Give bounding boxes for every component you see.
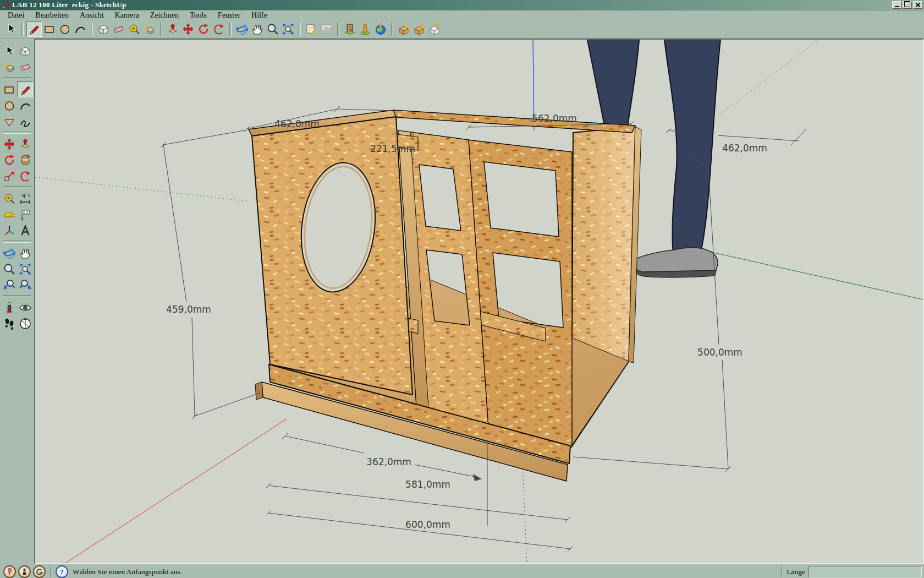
position-camera-icon <box>3 301 16 314</box>
palette-protractor-button[interactable] <box>1 206 17 222</box>
look-around-eye-icon <box>19 301 32 314</box>
palette-polygon-button[interactable] <box>1 113 17 129</box>
toolbar-offset-button[interactable] <box>211 21 227 37</box>
toolbar-paint-bucket-button[interactable] <box>142 21 157 37</box>
menu-ansicht[interactable]: Ansicht <box>74 11 109 20</box>
sign-in-status-icon[interactable] <box>33 565 46 578</box>
dim-581-bottom[interactable]: 581,0mm <box>405 479 450 490</box>
plinth-end-cap <box>255 382 263 400</box>
toolbar-line-button[interactable] <box>26 21 42 37</box>
palette-line-button[interactable] <box>17 81 33 97</box>
toolbar-share-model-button[interactable] <box>411 21 427 37</box>
toolbar-photo-textures-button[interactable] <box>342 21 358 37</box>
dim-221-brace[interactable]: 221,5mm <box>370 143 415 154</box>
toolbar-separator <box>229 23 232 36</box>
palette-offset-button[interactable] <box>17 168 33 184</box>
toolbar-place-model-button[interactable] <box>358 21 373 37</box>
minimize-button[interactable] <box>892 1 901 9</box>
toolbar-make-component-button[interactable] <box>96 21 111 37</box>
scale-icon <box>3 170 16 183</box>
palette-move-button[interactable] <box>1 136 17 152</box>
close-button[interactable] <box>913 1 922 9</box>
dim-500-right[interactable]: 500,0mm <box>697 347 743 358</box>
dim-600-bottom[interactable]: 600,0mm <box>405 519 450 530</box>
menu-hilfe[interactable]: Hilfe <box>246 11 273 20</box>
dim-462-top-right[interactable]: 462,0mm <box>722 143 767 154</box>
palette-push-pull-button[interactable] <box>17 136 33 152</box>
palette-rotate-button[interactable] <box>1 152 17 168</box>
toolbar-add-location-button[interactable] <box>304 21 319 37</box>
palette-axes-button[interactable] <box>1 222 17 238</box>
palette-pan-button[interactable] <box>17 245 33 261</box>
toolbar-toggle-terrain-button[interactable] <box>319 21 334 37</box>
menu-fenster[interactable]: Fenster <box>212 11 246 20</box>
palette-dimensions-button[interactable] <box>17 190 33 206</box>
palette-eraser-button[interactable] <box>17 59 33 75</box>
zoom-previous-icon <box>3 279 16 292</box>
polygon-icon <box>3 115 16 128</box>
toolbar-arc-button[interactable] <box>73 21 88 37</box>
paint-bucket-icon <box>143 23 156 36</box>
palette-tape-measure-button[interactable] <box>1 190 17 206</box>
toolbar-zoom-extents-button[interactable] <box>280 21 296 37</box>
toolbar-rectangle-button[interactable] <box>42 21 57 37</box>
palette-zoom-next-button[interactable] <box>17 277 33 293</box>
sketchup-window: { "window": { "title": "LAB 12 100 Liter… <box>0 0 924 578</box>
viewport[interactable]: 462,0mm 562,0mm 221,5mm 459,0mm 462,0mm … <box>34 39 924 564</box>
palette-rectangle-button[interactable] <box>1 81 17 97</box>
toolbar-share-component-button[interactable] <box>427 21 442 37</box>
menu-datei[interactable]: Datei <box>2 11 30 20</box>
palette-freehand-button[interactable] <box>17 113 33 129</box>
toolbar-rotate-button[interactable] <box>196 21 211 37</box>
viewport-canvas[interactable]: 462,0mm 562,0mm 221,5mm 459,0mm 462,0mm … <box>35 40 923 563</box>
palette-zoom-previous-button[interactable] <box>1 277 17 293</box>
palette-scale-button[interactable] <box>1 168 17 184</box>
title-bar[interactable]: LAB 12 100 Liter eckig - SketchUp <box>0 0 924 10</box>
geo-location-status-icon[interactable] <box>3 565 16 578</box>
palette-orbit-button[interactable] <box>1 245 17 261</box>
toolbar-get-models-button[interactable] <box>396 21 411 37</box>
palette-arc-button[interactable] <box>17 97 33 113</box>
toolbar-select-button[interactable] <box>3 21 19 37</box>
tool-palette <box>0 39 34 564</box>
menu-bar: Datei Bearbeiten Ansicht Kamera Zeichnen… <box>0 10 924 20</box>
palette-circle-button[interactable] <box>1 97 17 113</box>
palette-make-component-button[interactable] <box>17 43 33 59</box>
toolbar-eraser-button[interactable] <box>111 21 127 37</box>
dim-462-top-left[interactable]: 462,0mm <box>274 118 320 129</box>
maximize-button[interactable] <box>903 1 912 9</box>
palette-look-around-button[interactable] <box>17 299 33 315</box>
claim-credit-status-icon[interactable] <box>18 565 31 578</box>
toolbar-google-earth-button[interactable] <box>373 21 388 37</box>
dim-459-left[interactable]: 459,0mm <box>166 304 211 315</box>
palette-zoom-button[interactable] <box>1 261 17 277</box>
status-bar: ? Wählen Sie einen Anfangspunkt aus. Län… <box>0 564 924 578</box>
palette-paint-bucket-button[interactable] <box>1 59 17 75</box>
toolbar-move-button[interactable] <box>180 21 196 37</box>
palette-follow-me-button[interactable] <box>17 152 33 168</box>
toolbar-zoom-button[interactable] <box>265 21 280 37</box>
help-icon[interactable]: ? <box>56 565 68 578</box>
share-model-icon <box>413 23 426 36</box>
palette-select-button[interactable] <box>1 43 17 59</box>
palette-section-plane-button[interactable] <box>17 315 33 331</box>
menu-bearbeiten[interactable]: Bearbeiten <box>30 11 74 20</box>
palette-position-camera-button[interactable] <box>1 299 17 315</box>
length-input[interactable] <box>809 566 922 577</box>
google-earth-icon <box>374 23 387 36</box>
toolbar-circle-button[interactable] <box>57 21 73 37</box>
rotate-icon <box>3 154 16 167</box>
menu-tools[interactable]: Tools <box>184 11 212 20</box>
menu-zeichnen[interactable]: Zeichnen <box>145 11 184 20</box>
palette-walk-button[interactable] <box>1 315 17 331</box>
palette-zoom-extents-button[interactable] <box>17 261 33 277</box>
palette-text-button[interactable] <box>17 206 33 222</box>
toolbar-pan-button[interactable] <box>250 21 265 37</box>
palette-3d-text-button[interactable] <box>17 222 33 238</box>
menu-kamera[interactable]: Kamera <box>109 11 145 20</box>
toolbar-tape-measure-button[interactable] <box>127 21 142 37</box>
toolbar-push-pull-button[interactable] <box>165 21 180 37</box>
dim-362-bottom[interactable]: 362,0mm <box>366 456 411 467</box>
toolbar-orbit-button[interactable] <box>234 21 250 37</box>
dim-562-top[interactable]: 562,0mm <box>532 113 577 124</box>
